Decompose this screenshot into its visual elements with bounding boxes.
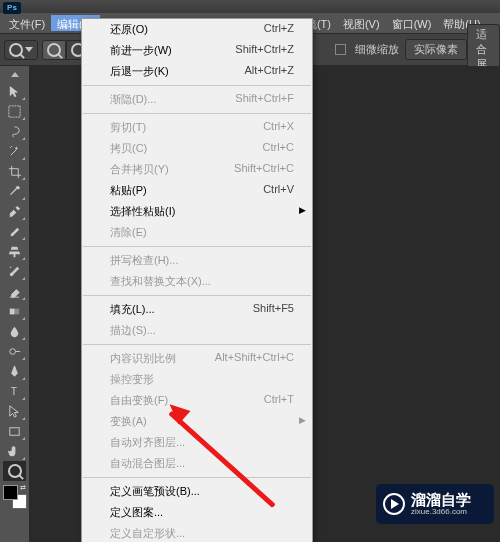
watermark-title: 溜溜自学 <box>411 492 471 507</box>
zoom-in-icon <box>47 43 61 57</box>
menu-item-label: 粘贴(P) <box>110 183 147 198</box>
type-tool[interactable]: T <box>3 381 26 401</box>
menu-item: 查找和替换文本(X)... <box>82 271 312 292</box>
eyedropper-tool[interactable] <box>3 181 26 201</box>
menu-item-shortcut: Alt+Ctrl+Z <box>244 64 294 79</box>
actual-pixels-button[interactable]: 实际像素 <box>405 39 467 60</box>
menu-item-label: 前进一步(W) <box>110 43 172 58</box>
menu-item-label: 查找和替换文本(X)... <box>110 274 211 289</box>
svg-rect-0 <box>9 105 20 116</box>
menu-item: 变换(A)▶ <box>82 411 312 432</box>
eraser-tool[interactable] <box>3 281 26 301</box>
edit-menu-dropdown: 还原(O)Ctrl+Z前进一步(W)Shift+Ctrl+Z后退一步(K)Alt… <box>81 18 313 542</box>
history-brush-tool[interactable] <box>3 261 26 281</box>
menu-item[interactable]: 填充(L)...Shift+F5 <box>82 299 312 320</box>
magic-wand-tool[interactable] <box>3 141 26 161</box>
path-selection-tool[interactable] <box>3 401 26 421</box>
menu-item: 内容识别比例Alt+Shift+Ctrl+C <box>82 348 312 369</box>
menu-item: 操控变形 <box>82 369 312 390</box>
menu-item: 描边(S)... <box>82 320 312 341</box>
menu-item-label: 拷贝(C) <box>110 141 147 156</box>
zoom-tool-icon <box>8 464 22 478</box>
menu-item-shortcut: Ctrl+T <box>264 393 294 408</box>
healing-brush-tool[interactable] <box>3 201 26 221</box>
menu-item: 定义自定形状... <box>82 523 312 542</box>
menu-item-shortcut: Shift+Ctrl+Z <box>235 43 294 58</box>
panel-grip-icon[interactable] <box>11 72 19 77</box>
menu-item-label: 还原(O) <box>110 22 148 37</box>
crop-tool[interactable] <box>3 161 26 181</box>
menu-item-shortcut: Ctrl+Z <box>264 22 294 37</box>
submenu-arrow-icon: ▶ <box>299 415 306 425</box>
menu-item-shortcut: Alt+Shift+Ctrl+C <box>215 351 294 366</box>
menu-item[interactable]: 选择性粘贴(I)▶ <box>82 201 312 222</box>
dodge-tool[interactable] <box>3 341 26 361</box>
menu-item-shortcut: Ctrl+X <box>263 120 294 135</box>
menu-item[interactable]: 粘贴(P)Ctrl+V <box>82 180 312 201</box>
menu-item-label: 自动对齐图层... <box>110 435 185 450</box>
menu-item[interactable]: 定义图案... <box>82 502 312 523</box>
menu-window[interactable]: 窗口(W) <box>386 15 438 31</box>
menu-item-label: 自动混合图层... <box>110 456 185 471</box>
menu-item: 剪切(T)Ctrl+X <box>82 117 312 138</box>
ps-logo: Ps <box>3 2 21 14</box>
menu-item[interactable]: 后退一步(K)Alt+Ctrl+Z <box>82 61 312 82</box>
menu-view[interactable]: 视图(V) <box>337 15 386 31</box>
watermark: 溜溜自学 zixue.3d66.com <box>376 484 494 524</box>
menu-item-label: 后退一步(K) <box>110 64 169 79</box>
menu-item-label: 选择性粘贴(I) <box>110 204 175 219</box>
scrub-zoom-label: 细微缩放 <box>349 39 405 60</box>
color-swatches[interactable]: ⇄ <box>3 485 27 509</box>
blur-tool[interactable] <box>3 321 26 341</box>
submenu-arrow-icon: ▶ <box>299 205 306 215</box>
menu-item: 拼写检查(H)... <box>82 250 312 271</box>
foreground-color[interactable] <box>3 485 18 500</box>
scrub-zoom-checkbox[interactable] <box>335 44 346 55</box>
menu-item-label: 描边(S)... <box>110 323 156 338</box>
svg-rect-5 <box>10 427 19 435</box>
move-tool[interactable] <box>3 81 26 101</box>
menu-item: 拷贝(C)Ctrl+C <box>82 138 312 159</box>
zoom-tool[interactable] <box>3 461 26 481</box>
lasso-tool[interactable] <box>3 121 26 141</box>
menu-item-label: 变换(A) <box>110 414 147 429</box>
menu-item-shortcut: Ctrl+C <box>263 141 294 156</box>
menu-item-label: 剪切(T) <box>110 120 146 135</box>
svg-text:T: T <box>11 386 18 397</box>
rectangle-tool[interactable] <box>3 421 26 441</box>
menu-item: 合并拷贝(Y)Shift+Ctrl+C <box>82 159 312 180</box>
menu-item-shortcut: Ctrl+V <box>263 183 294 198</box>
watermark-subtitle: zixue.3d66.com <box>411 507 471 516</box>
menu-item-shortcut: Shift+Ctrl+C <box>234 162 294 177</box>
menu-item: 清除(E) <box>82 222 312 243</box>
marquee-tool[interactable] <box>3 101 26 121</box>
menu-item[interactable]: 还原(O)Ctrl+Z <box>82 19 312 40</box>
menu-item[interactable]: 定义画笔预设(B)... <box>82 481 312 502</box>
chevron-down-icon <box>25 47 33 52</box>
menu-item-label: 定义画笔预设(B)... <box>110 484 200 499</box>
tool-preset-picker[interactable] <box>4 40 38 60</box>
menu-item[interactable]: 前进一步(W)Shift+Ctrl+Z <box>82 40 312 61</box>
zoom-in-button[interactable] <box>42 40 66 60</box>
menu-item-label: 合并拷贝(Y) <box>110 162 169 177</box>
menu-item: 自动混合图层... <box>82 453 312 474</box>
menu-item-label: 拼写检查(H)... <box>110 253 178 268</box>
menu-item-label: 渐隐(D)... <box>110 92 156 107</box>
menu-item: 自由变换(F)Ctrl+T <box>82 390 312 411</box>
tools-panel: T ⇄ <box>0 66 29 509</box>
menu-item-label: 定义自定形状... <box>110 526 185 541</box>
menu-item-shortcut: Shift+Ctrl+F <box>235 92 294 107</box>
menu-item-label: 内容识别比例 <box>110 351 176 366</box>
title-bar: Ps <box>0 0 500 13</box>
hand-tool[interactable] <box>3 441 26 461</box>
menu-item-label: 操控变形 <box>110 372 154 387</box>
menu-item-label: 填充(L)... <box>110 302 155 317</box>
menu-file[interactable]: 文件(F) <box>3 15 51 31</box>
swap-colors-icon[interactable]: ⇄ <box>20 484 26 492</box>
svg-rect-2 <box>10 308 15 314</box>
brush-tool[interactable] <box>3 221 26 241</box>
clone-stamp-tool[interactable] <box>3 241 26 261</box>
menu-item: 渐隐(D)...Shift+Ctrl+F <box>82 89 312 110</box>
gradient-tool[interactable] <box>3 301 26 321</box>
pen-tool[interactable] <box>3 361 26 381</box>
